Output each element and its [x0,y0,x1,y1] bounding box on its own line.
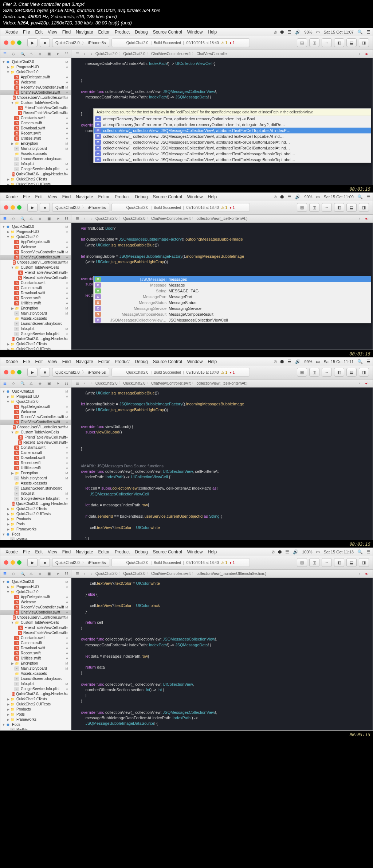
menu-find[interactable]: Find [62,30,71,35]
disclosure-icon[interactable]: ▶ [11,662,14,665]
activity-view[interactable]: QuickChat2.0|Build Succeeded|09/10/2016 … [111,203,250,212]
minimize-icon[interactable] [11,40,15,45]
tree-row[interactable]: ▫GoogleService-Info.plistA [0,167,71,172]
tree-row[interactable]: 📁Assets.xcassets [0,481,71,486]
code-area[interactable]: (with: UIColor.jsq_messageBubbleBlue()) … [71,388,373,540]
tree-row[interactable]: SDownload.swiftA [0,291,71,296]
tree-row[interactable]: SUtilities.swiftA [0,466,71,471]
tree-row[interactable]: ▶📁QuickChat2.0Tests [0,697,71,702]
nav-report-icon[interactable]: ☷ [62,50,71,58]
window-controls[interactable] [4,40,21,45]
autocomplete-row[interactable]: MattemptRecovery(fromError error: Error,… [94,116,371,122]
prev-issue-icon[interactable]: ‹ [356,52,363,56]
tree-row[interactable]: SDownload.swiftA [0,646,71,651]
disclosure-icon[interactable]: ▶ [6,342,10,346]
tree-row[interactable]: ▶📁QuickChat2.0UITests [0,182,71,185]
tree-row[interactable]: ▫Podfile [0,537,71,540]
menu-debug[interactable]: Debug [135,30,148,35]
disclosure-icon[interactable]: ▶ [6,183,10,185]
tree-row[interactable]: SRecentViewController.swiftM [0,85,71,90]
autocomplete-popup[interactable]: V[JSQMessage]messagesCMessageMessageVStr… [93,276,371,323]
run-button[interactable]: ▶ [27,203,38,212]
tree-row[interactable]: SChatViewController.swiftA [0,90,71,95]
tree-row[interactable]: 📁Assets.xcassets [0,671,71,676]
tree-row[interactable]: ▫Info.plistM [0,491,71,496]
tree-row[interactable]: ▼⬢QuickChat2.0M [0,389,71,394]
battery-icon[interactable]: ▭ [316,194,320,199]
disclosure-icon[interactable]: ▶ [6,697,10,701]
clock[interactable]: Sat 15 Oct 11:09 [323,195,354,199]
disclosure-icon[interactable]: ▶ [6,347,10,350]
disclosure-icon[interactable]: ▶ [11,307,14,310]
disclosure-icon[interactable]: ▶ [6,713,10,716]
disclosure-icon[interactable]: ▶ [6,178,10,181]
crumb-0[interactable]: QuickChat2.0 [95,52,118,56]
tree-row[interactable]: SChatViewController.swiftA [0,255,71,260]
tree-row[interactable]: ▫Main.storyboardM [0,311,71,316]
disclosure-icon[interactable]: ▶ [6,585,10,589]
tree-row[interactable]: ▶📁Products [0,517,71,522]
tree-row[interactable]: ▶📁QuickChat2.0Tests [0,342,71,347]
tree-row[interactable]: ▶📁ProgressHUDA [0,65,71,70]
tree-row[interactable]: SQuickChat2.0-…ging-Header.hA [0,336,71,342]
disclosure-icon[interactable]: ▼ [11,431,14,434]
autocomplete-row[interactable]: McollectionView(_ collectionView: JSQMes… [94,145,371,151]
stop-button[interactable]: ■ [40,203,50,212]
editor-standard-button[interactable]: ▤ [297,38,307,47]
tree-row[interactable]: SRecentTableViewCell.swiftA [0,630,71,635]
tree-row[interactable]: SQuickChat2.0-…ging-Header.hA [0,692,71,697]
back-icon[interactable]: ‹ [81,52,88,56]
disclosure-icon[interactable]: ▼ [2,723,5,727]
tree-row[interactable]: SDownload.swiftA [0,455,71,460]
tree-row[interactable]: ▫GoogleService-Info.plistA [0,496,71,501]
screen-icon[interactable]: ⎚ [274,194,276,199]
tree-row[interactable]: ▼⬢Pods [0,532,71,537]
tree-row[interactable]: ▫Info.plistM [0,161,71,167]
tree-row[interactable]: SCamera.swiftA [0,285,71,291]
tree-row[interactable]: SCamera.swiftA [0,121,71,126]
file-tree[interactable]: ▼⬢QuickChat2.0M▶📁ProgressHUDA▼📁QuickChat… [0,58,71,185]
tree-row[interactable]: ▶📁ProgressHUDA [0,584,71,589]
spotlight-icon[interactable]: 🔍 [357,30,363,35]
next-issue-icon[interactable]: ●› [363,52,370,56]
tree-row[interactable]: ▼📁Custom TableViewCells [0,265,71,270]
tree-row[interactable]: SAppDelegate.swiftA [0,240,71,245]
screen-icon[interactable]: ⎚ [274,30,276,35]
tree-row[interactable]: SChooseUserVi…ontroller.swiftM [0,95,71,100]
editor-version-button[interactable]: ↔ [322,38,332,47]
tree-row[interactable]: SFriendTableViewCell.swiftA [0,105,71,110]
volume-icon[interactable]: 🔊 [295,194,301,199]
close-icon[interactable] [4,40,8,45]
crumb-3[interactable]: ChatViewController [196,52,228,56]
tree-row[interactable]: ▫Info.plistM [0,681,71,686]
file-tree[interactable]: ▼⬢QuickChat2.0M▶📁ProgressHUDA▼📁QuickChat… [0,223,71,350]
autocomplete-row[interactable]: McollectionView(_ collectionView: JSQMes… [94,133,371,139]
tree-row[interactable]: ▶📁EncryptionM [0,141,71,146]
disclosure-icon[interactable]: ▼ [2,390,5,393]
tree-row[interactable]: SRecent.swiftA [0,651,71,656]
dropbox-icon[interactable]: ⬢ [280,30,284,35]
tree-row[interactable]: ▶📁QuickChat2.0UITests [0,347,71,350]
notification-icon[interactable]: ☰ [366,30,370,35]
disclosure-icon[interactable]: ▶ [11,142,14,145]
menu-source-control[interactable]: Source Control [153,30,182,35]
menu-window[interactable]: Window [187,30,203,35]
disclosure-icon[interactable]: ▶ [6,512,10,516]
disclosure-icon[interactable]: ▶ [6,708,10,711]
tree-row[interactable]: ▶📁QuickChat2.0Tests [0,177,71,182]
tree-row[interactable]: ▶📁Frameworks [0,527,71,532]
disclosure-icon[interactable]: ▼ [11,101,14,105]
disclosure-icon[interactable]: ▼ [6,590,10,594]
navigator[interactable]: ☰◇🔍⚠◈▣➤☷ ▼⬢QuickChat2.0M▶📁ProgressHUDA▼📁… [0,215,71,350]
tree-row[interactable]: SConstants.swiftA [0,635,71,641]
tree-row[interactable]: SWelcomeA [0,245,71,250]
tree-row[interactable]: SAppDelegate.swiftA [0,75,71,80]
zoom-icon[interactable] [17,40,21,45]
jump-menu-icon[interactable]: ☰ [74,52,81,56]
tree-row[interactable]: ▼📁QuickChat2.0 [0,399,71,404]
navigator[interactable]: ☰ ◇ 🔍 ⚠ ◈ ▣ ➤ ☷ ▼⬢QuickChat2.0M▶📁Progres… [0,50,71,185]
activity-view[interactable]: QuickChat2.0 | Build Succeeded | 09/10/2… [111,38,250,47]
tree-row[interactable]: ▼📁QuickChat2.0 [0,70,71,75]
run-button[interactable]: ▶ [27,38,38,47]
tree-row[interactable]: ▶📁ProgressHUDA [0,229,71,234]
